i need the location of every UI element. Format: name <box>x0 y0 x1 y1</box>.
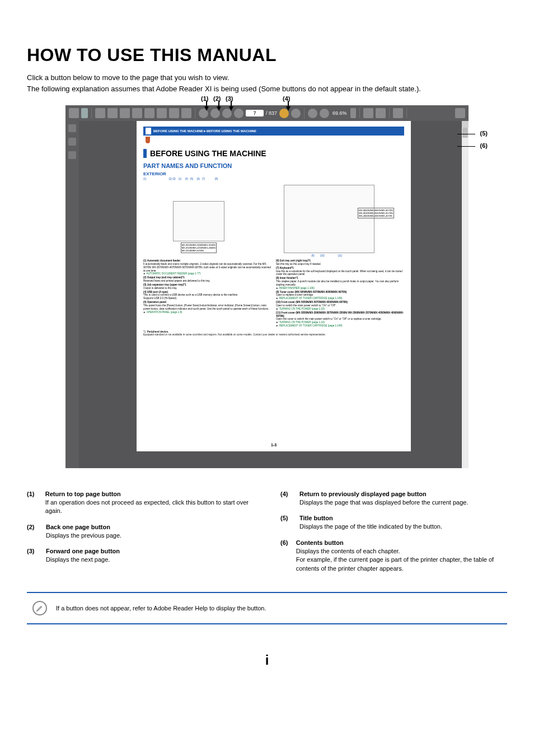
export-icon[interactable] <box>132 108 142 118</box>
legend-item: (2) Back one page button Displays the pr… <box>27 524 254 540</box>
sign-icon[interactable] <box>455 108 465 118</box>
zoom-dropdown-icon[interactable] <box>350 108 356 118</box>
arrow-4 <box>286 106 291 111</box>
doc-heading-1: BEFORE USING THE MACHINE <box>143 149 404 158</box>
callout-6: (6) <box>480 142 488 149</box>
separator <box>406 108 407 118</box>
parts-link[interactable]: TURNING ON THE POWER (page 1-10) <box>279 307 325 310</box>
arrow-1 <box>204 106 209 111</box>
parts-item: (3) Job separator tray (upper tray)*1Out… <box>143 283 271 290</box>
diag-num-left: (1) <box>143 178 147 180</box>
legend-col-right: (4) Return to previously displayed page … <box>280 491 507 581</box>
pdf-viewer-figure: (1) (2) (3) (4) 7 / 83 <box>65 105 469 468</box>
page-title: HOW TO USE THIS MANUAL <box>27 45 507 66</box>
model-label-left: MX-3050N/MX-3060N/MX-3550N/ MX-3560N/MX-… <box>181 242 217 253</box>
cloud-icon[interactable] <box>144 108 154 118</box>
mail-icon[interactable] <box>181 108 191 118</box>
legend-item: (6) Contents button Displays the content… <box>280 539 507 573</box>
legend-title: Back one page button <box>46 524 121 530</box>
parts-link[interactable]: OPERATION PANEL (page 1-8) <box>147 311 182 314</box>
contents-button[interactable] <box>143 136 404 144</box>
parts-item: (10) Front cover (MX-5050N/MX-5070N/MX-6… <box>276 301 404 311</box>
callout-1: (1) <box>201 95 208 102</box>
machine-diagrams: MX-3050N/MX-3060N/MX-3550N/ MX-3560N/MX-… <box>143 180 404 253</box>
zoom-out-button[interactable] <box>308 109 317 118</box>
machine-illustration-right <box>284 185 374 253</box>
vertical-scrollbar[interactable] <box>462 121 469 468</box>
parts-item: (4) USB port (A type)This is used to con… <box>143 291 271 301</box>
bookmarks-icon[interactable] <box>68 138 76 146</box>
legend-item: (5) Title button Displays the page of th… <box>280 515 507 531</box>
legend-item: (1) Return to top page button If an oper… <box>27 491 254 516</box>
parts-item: (2) Output tray (exit tray cabinet)*1Rec… <box>143 276 271 283</box>
open-icon[interactable] <box>69 108 79 118</box>
model-label-right: MX-3050N/MX-3060N/MX-3070N/ MX-3550N/MX-… <box>358 208 394 218</box>
legend-desc: Displays the contents of each chapter.Fo… <box>296 547 507 573</box>
read-mode-icon[interactable] <box>363 108 373 118</box>
pencil-icon <box>32 601 47 615</box>
diag-num-right: (2) (3) (1) (4) (5) (6) (7) (8) <box>169 178 218 180</box>
legend-desc: Displays the page that was displayed bef… <box>299 498 468 507</box>
save-icon[interactable] <box>95 108 105 118</box>
footer-page-number: i <box>27 652 507 668</box>
legend-title: Forward one page button <box>46 548 120 554</box>
parts-item: (9) Toner cover (MX-5050N/MX-5070N/MX-60… <box>276 291 404 301</box>
fit-page-icon[interactable] <box>376 108 386 118</box>
pdf-viewer-body: BEFORE USING THE MACHINE►BEFORE USING TH… <box>65 121 469 468</box>
page-number-input[interactable]: 7 <box>246 110 264 116</box>
parts-item: (8) Inner finisher*1This staples paper. … <box>276 277 404 290</box>
title-button[interactable]: BEFORE USING THE MACHINE►BEFORE USING TH… <box>143 127 404 136</box>
annotations-icon[interactable] <box>393 108 403 118</box>
callout-3: (3) <box>226 95 233 102</box>
parts-link[interactable]: AUTOMATIC DOCUMENT FEEDER (page 1-77) <box>146 272 200 275</box>
intro-line-2: The following explanation assumes that A… <box>27 83 507 95</box>
print2-icon[interactable] <box>169 108 179 118</box>
separator <box>389 108 390 118</box>
machine-illustration-left <box>173 201 224 241</box>
create-icon[interactable] <box>81 108 88 118</box>
doc-icon <box>146 128 151 134</box>
callout-4: (4) <box>283 95 290 102</box>
separator <box>195 108 195 118</box>
separator <box>304 108 305 118</box>
zoom-level[interactable]: 69.6% <box>331 110 348 116</box>
legend-number: (4) <box>280 491 292 507</box>
callout-2: (2) <box>213 95 221 102</box>
doc-heading-3: EXTERIOR <box>143 171 404 176</box>
parts-legend-right: (6) Exit tray unit (right tray)*1Set thi… <box>276 259 404 328</box>
legend-number: (3) <box>27 548 38 564</box>
parts-item: (1) Automatic document feederIt automati… <box>143 259 271 276</box>
parts-item: (11) Front cover (MX-3050N/MX-3060N/MX-3… <box>276 311 404 328</box>
parts-item: (7) Keyboard*1Use this as a substitute f… <box>276 267 404 277</box>
legend-title: Return to top page button <box>45 491 254 497</box>
separator <box>359 108 360 118</box>
parts-legend-left: (1) Automatic document feederIt automati… <box>143 259 271 328</box>
parts-link[interactable]: REPLACEMENT OF TONER CARTRIDGE (page 1-1… <box>279 324 343 327</box>
attachments-icon[interactable] <box>68 151 76 159</box>
inner-page-number: 1-3 <box>137 443 411 447</box>
legend-desc: Displays the previous page. <box>46 531 121 540</box>
page-icon[interactable] <box>157 108 167 118</box>
legend-number: (6) <box>280 539 288 573</box>
parts-link[interactable]: REPLACEMENT OF TONER CARTRIDGE (page 1-1… <box>279 297 343 300</box>
legend-title: Title button <box>299 515 442 521</box>
email-icon[interactable] <box>120 108 130 118</box>
thumbnails-icon[interactable] <box>68 124 76 132</box>
legend-desc: If an operation does not proceed as expe… <box>45 498 254 516</box>
parts-link[interactable]: TURNING ON THE POWER (page 1-10) <box>279 321 325 324</box>
last-page-button[interactable] <box>234 109 243 118</box>
page-total: / 837 <box>266 110 277 116</box>
legend-item: (4) Return to previously displayed page … <box>280 491 507 507</box>
parts-link[interactable]: INNER FINISHER (page 1-106) <box>279 287 315 290</box>
parts-legend-table: (1) Automatic document feederIt automati… <box>143 259 404 328</box>
note-text: If a button does not appear, refer to Ad… <box>56 605 266 612</box>
print-icon[interactable] <box>107 108 118 118</box>
legend-number: (2) <box>27 524 38 540</box>
legend-desc: Displays the next page. <box>46 556 120 564</box>
legend-number: (5) <box>280 515 292 531</box>
legend-title: Contents button <box>296 539 507 546</box>
callout-5: (5) <box>480 130 488 137</box>
zoom-in-button[interactable] <box>320 109 329 118</box>
history-forward-button[interactable] <box>291 109 301 118</box>
scrollbar-thumb[interactable] <box>462 128 468 138</box>
